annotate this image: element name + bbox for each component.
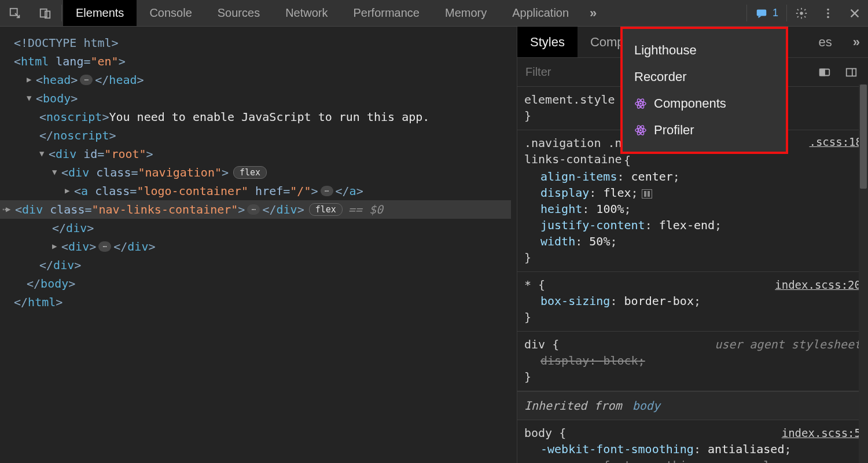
rule-star[interactable]: * { index.scss:20 box-sizing: border-box… bbox=[517, 272, 868, 332]
svg-rect-9 bbox=[820, 69, 825, 75]
declaration[interactable]: height: 100%; bbox=[524, 201, 861, 217]
collapse-caret-icon[interactable] bbox=[52, 163, 60, 181]
declaration[interactable]: -webkit-font-smoothing: antialiased; bbox=[524, 441, 861, 457]
dom-div-root[interactable]: <div id="root"> bbox=[6, 145, 511, 163]
selector-text: element.style bbox=[524, 93, 615, 106]
kebab-menu-icon[interactable] bbox=[815, 0, 841, 26]
tab-memory[interactable]: Memory bbox=[432, 0, 499, 26]
toolbar-divider bbox=[786, 5, 787, 21]
tab-event-listeners-partial[interactable]: es bbox=[806, 27, 845, 57]
toolbar-divider bbox=[61, 5, 62, 21]
collapse-caret-icon[interactable] bbox=[27, 89, 35, 107]
react-icon bbox=[634, 124, 647, 137]
svg-point-7 bbox=[827, 16, 829, 18]
inherited-separator: Inherited from body bbox=[517, 391, 868, 420]
tab-elements[interactable]: Elements bbox=[63, 0, 137, 26]
toggle-sidebar-icon[interactable] bbox=[838, 58, 865, 87]
dom-div-anon[interactable]: <div> ⋯ </div> bbox=[6, 237, 511, 256]
ellipsis-icon[interactable]: ⋯ bbox=[98, 241, 111, 252]
tab-styles[interactable]: Styles bbox=[517, 27, 578, 57]
tab-network[interactable]: Network bbox=[273, 0, 340, 26]
inspect-element-icon[interactable] bbox=[0, 0, 30, 26]
styles-tabs-overflow-icon[interactable]: » bbox=[845, 27, 868, 57]
selector-text: body bbox=[524, 426, 552, 440]
rule-div-ua[interactable]: div { user agent stylesheet display: blo… bbox=[517, 332, 868, 391]
svg-rect-10 bbox=[847, 68, 856, 76]
dom-div-navigation[interactable]: <div class="navigation"> flex bbox=[6, 163, 511, 182]
dom-div-close[interactable]: </div> bbox=[6, 256, 511, 274]
dom-html-close[interactable]: </html> bbox=[6, 293, 511, 311]
device-toggle-icon[interactable] bbox=[30, 0, 60, 26]
selector-text: div bbox=[524, 337, 545, 351]
expand-caret-icon[interactable] bbox=[65, 181, 73, 200]
tabs-overflow-icon[interactable]: » bbox=[582, 0, 605, 26]
toggle-classes-icon[interactable] bbox=[811, 58, 838, 87]
dom-doctype[interactable]: <!DOCTYPE html> bbox=[6, 34, 511, 52]
toolbar-right: 1 bbox=[745, 0, 868, 26]
tabs-overflow-popup: Lighthouse Recorder Components Profiler bbox=[620, 27, 788, 154]
source-link[interactable]: .scss:18 bbox=[809, 134, 862, 150]
flex-badge[interactable]: flex bbox=[233, 166, 267, 179]
dom-noscript-close[interactable]: </noscript> bbox=[6, 126, 511, 145]
tab-sources[interactable]: Sources bbox=[205, 0, 273, 26]
declaration[interactable]: width: 50%; bbox=[524, 233, 861, 249]
source-link[interactable]: index.scss:20 bbox=[775, 277, 861, 293]
svg-point-5 bbox=[827, 8, 829, 10]
ellipsis-icon[interactable]: ⋯ bbox=[247, 204, 260, 215]
selector-text: * bbox=[524, 278, 531, 292]
svg-point-4 bbox=[800, 12, 803, 15]
dom-a-logo[interactable]: <a class="logo-container" href="/"> ⋯ </… bbox=[6, 182, 511, 200]
declaration-overridden[interactable]: display: block; bbox=[524, 352, 861, 369]
expand-caret-icon[interactable] bbox=[27, 70, 35, 89]
svg-point-12 bbox=[639, 102, 642, 105]
svg-rect-1 bbox=[41, 9, 47, 17]
popup-item-profiler[interactable]: Profiler bbox=[628, 117, 780, 144]
declaration-overridden[interactable]: -moz-osx-font-smoothing: grayscale; bbox=[524, 457, 861, 463]
settings-icon[interactable] bbox=[788, 0, 815, 26]
source-link[interactable]: index.scss:5 bbox=[782, 425, 861, 441]
dom-div-close[interactable]: </div> bbox=[6, 219, 511, 237]
declaration[interactable]: justify-content: flex-end; bbox=[524, 217, 861, 233]
ellipsis-icon[interactable]: ⋯ bbox=[321, 186, 333, 196]
toolbar-divider bbox=[746, 5, 747, 21]
scrollbar-thumb[interactable] bbox=[860, 84, 867, 189]
rule-body[interactable]: body { index.scss:5 -webkit-font-smoothi… bbox=[517, 420, 868, 463]
svg-point-6 bbox=[827, 12, 829, 14]
svg-point-16 bbox=[639, 129, 642, 131]
flexbox-editor-icon[interactable] bbox=[642, 189, 652, 199]
declaration[interactable]: align-items: center; bbox=[524, 168, 861, 185]
dom-tree-panel[interactable]: <!DOCTYPE html> <html lang="en"> <head> … bbox=[0, 27, 517, 463]
dom-noscript-open[interactable]: <noscript>You need to enable JavaScript … bbox=[6, 108, 511, 126]
inherited-from-link[interactable]: body bbox=[632, 399, 660, 413]
dom-body-close[interactable]: </body> bbox=[6, 274, 511, 293]
main-toolbar: Elements Console Sources Network Perform… bbox=[0, 0, 868, 27]
user-agent-note: user agent stylesheet bbox=[715, 336, 861, 352]
issues-button[interactable]: 1 bbox=[748, 0, 785, 26]
scrollbar[interactable] bbox=[859, 84, 868, 463]
dom-div-navlinks-selected[interactable]: ⋯ <div class="nav-links-container"> ⋯ </… bbox=[0, 200, 511, 219]
react-icon bbox=[634, 97, 647, 110]
declaration[interactable]: box-sizing: border-box; bbox=[524, 293, 861, 309]
tab-application[interactable]: Application bbox=[499, 0, 582, 26]
close-icon[interactable] bbox=[841, 0, 868, 26]
ellipsis-icon[interactable]: ⋯ bbox=[80, 75, 93, 85]
console-reference: == $0 bbox=[348, 200, 383, 219]
tab-console[interactable]: Console bbox=[137, 0, 204, 26]
dom-head[interactable]: <head> ⋯ </head> bbox=[6, 71, 511, 89]
expand-caret-icon[interactable] bbox=[6, 200, 14, 218]
popup-item-components[interactable]: Components bbox=[628, 90, 780, 117]
collapse-caret-icon[interactable] bbox=[39, 144, 47, 163]
issues-count: 1 bbox=[773, 7, 778, 19]
tab-performance[interactable]: Performance bbox=[341, 0, 433, 26]
main-tabs: Elements Console Sources Network Perform… bbox=[63, 0, 582, 26]
declaration[interactable]: display: flex; bbox=[524, 185, 861, 201]
dom-html-open[interactable]: <html lang="en"> bbox=[6, 52, 511, 71]
flex-badge[interactable]: flex bbox=[309, 203, 343, 216]
popup-item-lighthouse[interactable]: Lighthouse bbox=[628, 37, 780, 64]
svg-rect-3 bbox=[757, 9, 767, 16]
expand-caret-icon[interactable] bbox=[52, 237, 60, 255]
popup-item-recorder[interactable]: Recorder bbox=[628, 64, 780, 90]
selector-text: .navigation .n bbox=[524, 136, 622, 150]
dom-body-open[interactable]: <body> bbox=[6, 89, 511, 108]
